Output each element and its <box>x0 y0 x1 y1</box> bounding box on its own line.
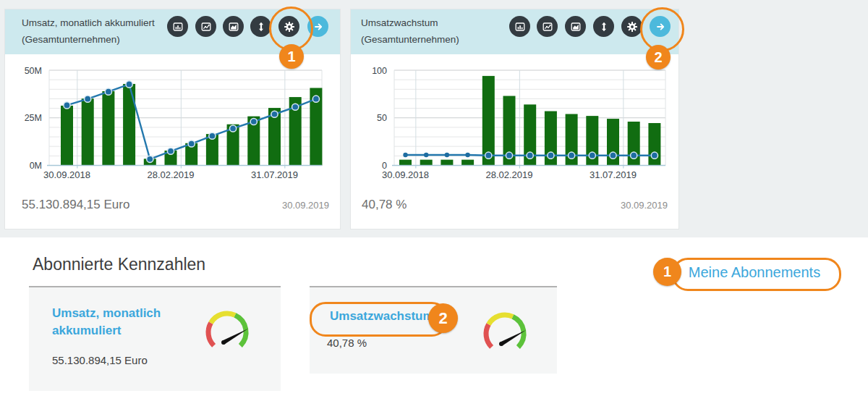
line-marker[interactable] <box>250 118 257 125</box>
line-chart-icon <box>542 21 553 33</box>
line-marker[interactable] <box>506 152 512 159</box>
open-detail-button[interactable] <box>650 16 671 37</box>
card-value: 40,78 % <box>327 337 367 349</box>
line-marker[interactable] <box>610 152 616 159</box>
card-link-umsatz[interactable]: Umsatz, monatlich akkumuliert <box>52 305 161 340</box>
gauge-needle-hub <box>221 340 226 345</box>
card-title-line2: akkumuliert <box>52 322 161 340</box>
gauge-icon <box>475 306 535 350</box>
line-marker[interactable] <box>527 152 533 159</box>
line-marker[interactable] <box>105 88 111 95</box>
gauge-icon <box>197 305 258 348</box>
bar[interactable] <box>61 106 73 166</box>
line-chart-view-button[interactable] <box>195 16 216 37</box>
gauge-arc-red <box>486 324 492 347</box>
bar[interactable] <box>420 160 433 166</box>
area-chart-icon <box>228 21 239 33</box>
line-marker[interactable] <box>230 125 237 132</box>
line-marker[interactable] <box>64 102 70 109</box>
value-range-button[interactable] <box>250 16 271 37</box>
bar[interactable] <box>102 91 114 166</box>
gauge-needle-hub <box>499 342 503 346</box>
card-title-line1: Umsatz, monatlich <box>52 305 161 322</box>
area-chart-view-button[interactable] <box>223 16 244 37</box>
value-range-icon <box>255 21 267 33</box>
bar[interactable] <box>461 160 474 166</box>
line-marker[interactable] <box>209 132 216 139</box>
line-marker[interactable] <box>271 111 278 117</box>
open-detail-button[interactable] <box>307 16 328 37</box>
kpi-as-of-date: 30.09.2019 <box>621 200 668 211</box>
line-marker[interactable] <box>589 152 595 159</box>
line-marker[interactable] <box>465 153 469 157</box>
line-marker[interactable] <box>85 96 91 102</box>
line-marker[interactable] <box>403 153 407 157</box>
bar-chart-view-button[interactable] <box>167 16 188 37</box>
line-marker[interactable] <box>147 156 153 162</box>
line-marker[interactable] <box>188 140 195 147</box>
line-marker[interactable] <box>548 152 554 159</box>
subscription-card-umsatz: Umsatz, monatlich akkumuliert 55.130.894… <box>29 286 281 391</box>
bar[interactable] <box>441 160 453 166</box>
callout-badge-1: 1 <box>279 44 304 69</box>
area-chart-view-button[interactable] <box>565 16 586 37</box>
card-value: 55.130.894,15 Euro <box>52 354 148 366</box>
kpi-current-value: 55.130.894,15 Euro <box>22 198 129 212</box>
card-link-umsatzwachstum[interactable]: Umsatzwachstum <box>330 308 434 325</box>
arrow-right-icon <box>312 21 324 33</box>
panel-header: Umsatzwachstum (Gesamtunternehmen) <box>351 9 678 54</box>
arrow-right-icon <box>655 21 666 33</box>
settings-button[interactable] <box>278 16 299 37</box>
value-range-icon <box>598 21 610 33</box>
settings-icon <box>626 21 638 33</box>
bar[interactable] <box>399 160 412 166</box>
bar[interactable] <box>82 98 94 165</box>
kpi-as-of-date: 30.09.2019 <box>282 200 329 211</box>
dashboard-page: Umsatz, monatlich akkumuliert (Gesamtunt… <box>0 0 868 417</box>
line-marker[interactable] <box>424 153 428 157</box>
gauge-arc-green <box>235 315 246 345</box>
line-marker[interactable] <box>651 152 658 159</box>
line-marker[interactable] <box>569 152 575 159</box>
line-marker[interactable] <box>167 148 174 154</box>
gauge-arc-yellow <box>211 313 236 323</box>
section-heading: Abonnierte Kennzahlen <box>33 255 205 274</box>
callout-badge-link: 1 <box>653 258 681 286</box>
line-marker[interactable] <box>292 104 299 110</box>
kpi-current-value: 40,78 % <box>362 198 407 212</box>
line-marker[interactable] <box>485 152 492 159</box>
settings-button[interactable] <box>621 16 642 37</box>
area-chart-icon <box>570 21 582 33</box>
gauge-arc-yellow <box>489 315 514 324</box>
card-title-line1: Umsatzwachstum <box>330 308 434 325</box>
panel-title-line1: Umsatz, monatlich akkumuliert <box>22 14 155 31</box>
line-marker[interactable] <box>445 153 449 157</box>
line-marker[interactable] <box>126 81 132 88</box>
meine-abonnements-link[interactable]: Meine Abonnements <box>672 258 837 287</box>
line-marker[interactable] <box>631 152 637 159</box>
gauge-arc-red <box>208 323 214 345</box>
line-marker[interactable] <box>312 96 319 102</box>
line-chart-icon <box>200 21 212 33</box>
gauge-arc-green <box>513 316 524 347</box>
bar-chart-icon <box>514 21 526 33</box>
panel-title-line1: Umsatzwachstum <box>361 14 459 31</box>
bar-chart-view-button[interactable] <box>509 16 530 37</box>
panel-title-line2: (Gesamtunternehmen) <box>361 31 459 48</box>
line-chart-view-button[interactable] <box>537 16 558 37</box>
panel-title: Umsatzwachstum (Gesamtunternehmen) <box>361 14 459 48</box>
callout-badge-card: 2 <box>428 303 458 333</box>
panel-title-line2: (Gesamtunternehmen) <box>22 31 155 48</box>
panel-title: Umsatz, monatlich akkumuliert (Gesamtunt… <box>22 14 155 48</box>
value-range-button[interactable] <box>593 16 614 37</box>
bar-chart-icon <box>172 21 184 33</box>
callout-badge-2: 2 <box>646 45 671 70</box>
settings-icon <box>284 21 295 33</box>
bar[interactable] <box>123 84 135 166</box>
